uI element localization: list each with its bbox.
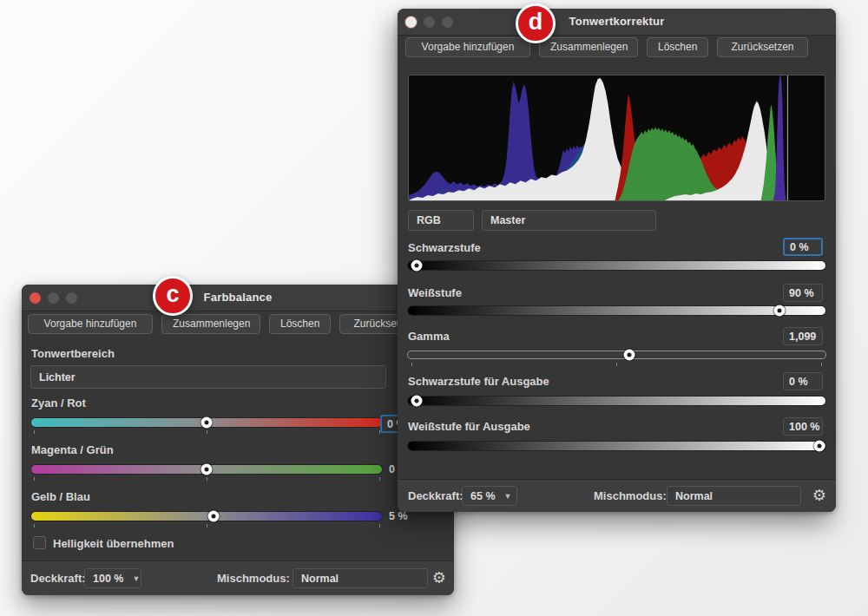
add-preset-button[interactable]: Vorgabe hinzufügen — [28, 314, 153, 334]
tick-mark — [34, 430, 35, 434]
slider-thumb[interactable] — [623, 350, 635, 361]
titlebar-farbbalance[interactable]: Farbbalance — [22, 285, 454, 311]
window-title: Tonwertkorrektur — [398, 9, 836, 35]
yellow-blue-label: Gelb / Blau — [31, 490, 90, 503]
output-black-level-slider[interactable] — [408, 396, 825, 405]
gamma-value[interactable]: 1,099 — [783, 327, 823, 345]
reset-button[interactable]: Zurücksetzen — [717, 37, 808, 57]
tonal-range-label: Tonwertbereich — [31, 347, 115, 360]
black-level-label: Schwarzstufe — [408, 241, 481, 254]
black-level-slider[interactable] — [408, 261, 825, 270]
cyan-red-slider[interactable] — [31, 418, 382, 427]
histogram-panel — [408, 75, 825, 201]
footer-bar: Deckkraft: 65 % ▼ Mischmodus: Normal ⚙ — [398, 479, 836, 512]
annotation-badge-c: c — [153, 276, 193, 316]
output-black-level-label: Schwarzstufe für Ausgabe — [408, 375, 549, 388]
yellow-blue-slider[interactable] — [31, 512, 382, 521]
merge-button[interactable]: Zusammenlegen — [161, 314, 260, 334]
slider-thumb[interactable] — [813, 441, 825, 452]
gear-icon[interactable]: ⚙ — [432, 570, 446, 586]
opacity-label: Deckkraft: — [30, 572, 86, 585]
blend-mode-label: Mischmodus: — [217, 572, 290, 585]
tick-mark — [616, 363, 617, 366]
black-level-value[interactable]: 0 % — [783, 238, 823, 256]
slider-thumb[interactable] — [411, 260, 422, 272]
preserve-luminosity-checkbox[interactable] — [33, 536, 46, 549]
tick-mark — [207, 524, 207, 528]
opacity-value: 100 % — [93, 573, 123, 585]
window-tonwertkorrektur: Tonwertkorrektur Vorgabe hinzufügen Zusa… — [398, 9, 836, 512]
histogram-chart — [409, 75, 825, 200]
titlebar-tonwertkorrektur[interactable]: Tonwertkorrektur — [398, 9, 836, 36]
slider-thumb[interactable] — [208, 511, 220, 522]
yellow-blue-value[interactable]: 5 % — [389, 510, 408, 522]
gamma-label: Gamma — [408, 330, 450, 343]
color-space-select[interactable]: RGB — [408, 210, 474, 231]
delete-button[interactable]: Löschen — [269, 314, 331, 334]
preserve-luminosity-label: Helligkeit übernehmen — [53, 537, 174, 550]
output-white-level-value[interactable]: 100 % — [783, 417, 823, 436]
opacity-value: 65 % — [470, 490, 496, 502]
opacity-label: Deckkraft: — [408, 489, 464, 502]
output-black-level-value[interactable]: 0 % — [783, 372, 823, 390]
delete-button[interactable]: Löschen — [647, 37, 708, 57]
chevron-down-icon: ▼ — [132, 574, 140, 583]
blend-mode-select[interactable]: Normal — [667, 486, 801, 506]
window-farbbalance: Farbbalance Vorgabe hinzufügen Zusammenl… — [22, 285, 454, 595]
tick-mark — [34, 524, 35, 528]
add-preset-button[interactable]: Vorgabe hinzufügen — [405, 37, 530, 57]
slider-thumb[interactable] — [411, 396, 422, 407]
annotation-badge-d: d — [516, 3, 556, 43]
magenta-green-label: Magenta / Grün — [31, 443, 114, 456]
white-level-slider[interactable] — [408, 306, 825, 315]
tick-mark — [207, 477, 207, 481]
footer-bar: Deckkraft: 100 % ▼ Mischmodus: Normal ⚙ — [22, 560, 454, 595]
blend-mode-select[interactable]: Normal — [293, 568, 428, 588]
window-title: Farbbalance — [22, 285, 454, 311]
white-level-label: Weißstufe — [408, 286, 462, 299]
channel-select[interactable]: Master — [482, 210, 656, 231]
slider-thumb[interactable] — [201, 417, 213, 429]
gamma-slider[interactable] — [408, 351, 825, 358]
output-white-level-slider[interactable] — [408, 442, 825, 450]
opacity-dropdown[interactable]: 65 % ▼ — [462, 486, 517, 506]
tick-mark — [411, 363, 412, 366]
white-level-value[interactable]: 90 % — [783, 284, 823, 302]
cyan-red-label: Zyan / Rot — [31, 396, 86, 410]
gear-icon[interactable]: ⚙ — [812, 488, 826, 503]
tick-mark — [821, 363, 822, 366]
page-background: Farbbalance Vorgabe hinzufügen Zusammenl… — [0, 0, 868, 616]
opacity-dropdown[interactable]: 100 % ▼ — [84, 568, 141, 588]
tick-mark — [379, 524, 380, 528]
slider-thumb[interactable] — [774, 305, 786, 317]
tick-mark — [207, 430, 207, 434]
tick-mark — [379, 477, 380, 481]
tonal-range-select[interactable]: Lichter — [30, 365, 386, 389]
output-white-level-label: Weißstufe für Ausgabe — [408, 420, 530, 433]
blend-mode-label: Mischmodus: — [594, 489, 667, 502]
magenta-green-slider[interactable] — [31, 465, 382, 474]
chevron-down-icon: ▼ — [504, 492, 512, 501]
tick-mark — [34, 477, 35, 481]
slider-thumb[interactable] — [201, 464, 213, 475]
merge-button[interactable]: Zusammenlegen — [539, 37, 638, 57]
